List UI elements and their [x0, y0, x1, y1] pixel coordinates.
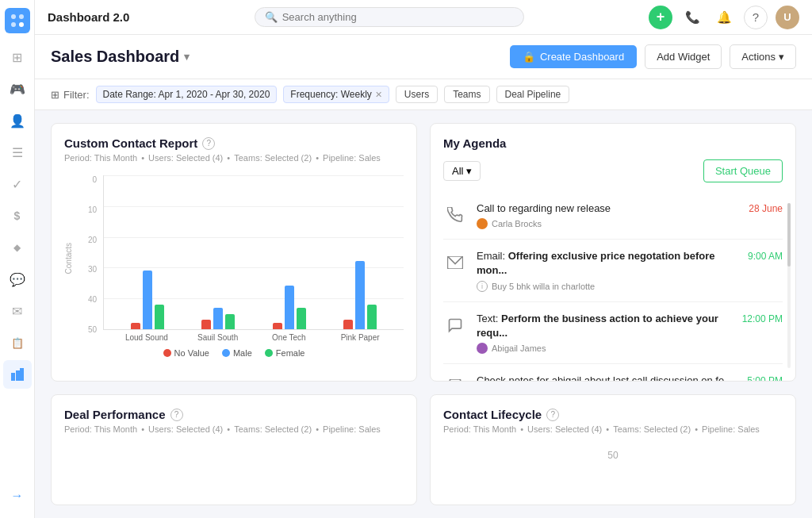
phone-icon[interactable]: 📞 — [680, 6, 704, 29]
sidebar-item-deals[interactable]: $ — [3, 201, 32, 230]
sidebar: ⊞ 🎮 👤 ☰ ✓ $ ◆ 💬 ✉ 📋 → — [0, 0, 35, 518]
svg-point-0 — [11, 14, 16, 19]
email-icon — [443, 251, 467, 274]
contact-avatar — [477, 218, 488, 229]
chart-legend: No Value Male Female — [64, 348, 404, 358]
bar-male — [285, 286, 294, 329]
user-avatar[interactable]: U — [776, 6, 799, 29]
filter-bar: ⊞ Filter: Date Range: Apr 1, 2020 - Apr … — [35, 79, 812, 110]
agenda-item-title: Text: Perform the business action to ach… — [477, 312, 733, 340]
sidebar-item-email[interactable]: ✉ — [3, 297, 32, 325]
sidebar-item-contacts[interactable]: 👤 — [3, 106, 32, 135]
contact-report-subtitle: Period: This Month • Users: Selected (4)… — [64, 153, 404, 163]
legend-dot-male — [222, 349, 230, 357]
contact-lifecycle-subtitle: Period: This Month • Users: Selected (4)… — [443, 424, 783, 434]
actions-chevron-icon: ▾ — [779, 51, 784, 63]
note-icon — [443, 375, 467, 382]
page-title-text: Sales Dashboard — [51, 48, 179, 66]
deal-performance-info-icon[interactable]: ? — [170, 409, 183, 421]
contact-lifecycle-y-value: 50 — [443, 450, 783, 461]
deal-performance-card: Deal Performance ? Period: This Month • … — [51, 394, 417, 505]
title-chevron-icon[interactable]: ▾ — [184, 51, 190, 63]
legend-dot-female — [265, 349, 273, 357]
sidebar-item-tasks[interactable]: ✓ — [3, 170, 32, 198]
filter-chip-daterange[interactable]: Date Range: Apr 1, 2020 - Apr 30, 2020 — [96, 86, 278, 103]
legend-dot-no-value — [163, 349, 171, 357]
text-icon — [443, 313, 467, 337]
svg-rect-6 — [20, 368, 24, 381]
app-logo[interactable] — [5, 8, 30, 33]
my-agenda-card: My Agenda All ▾ Start Queue — [430, 123, 796, 382]
contact-lifecycle-info-icon[interactable]: ? — [546, 409, 559, 421]
sidebar-item-messages[interactable]: 💬 — [3, 265, 32, 294]
agenda-item-note: Check notes for abigail about last call … — [443, 364, 783, 382]
filter-tag-dealpipeline[interactable]: Deal Pipeline — [496, 86, 570, 103]
actions-button[interactable]: Actions ▾ — [730, 44, 796, 69]
page-header: Sales Dashboard ▾ 🔒 Create Dashboard Add… — [35, 35, 812, 79]
call-icon — [443, 203, 467, 227]
agenda-scrollbar-track[interactable] — [787, 203, 791, 368]
bar-no-value — [131, 323, 140, 329]
custom-contact-report-card: Custom Contact Report ? Period: This Mon… — [51, 123, 417, 382]
svg-rect-4 — [11, 373, 15, 381]
svg-rect-5 — [16, 370, 20, 381]
x-axis-labels: Loud Sound Sauil South One Tech Pink Pap… — [103, 330, 404, 342]
contact-avatar — [477, 343, 488, 354]
sidebar-item-dashboard[interactable] — [3, 360, 32, 389]
chip-remove-icon[interactable]: ✕ — [375, 90, 382, 100]
agenda-item-time: 9:00 AM — [748, 251, 783, 262]
sidebar-item-grid[interactable]: ⊞ — [3, 43, 32, 71]
sidebar-item-products[interactable]: ◆ — [3, 233, 32, 262]
bar-female — [297, 308, 306, 329]
sidebar-item-reports[interactable]: 📋 — [3, 328, 32, 357]
nav-icons: + 📞 🔔 ? U — [649, 6, 799, 29]
y-axis-label: Contacts — [64, 243, 73, 274]
search-bar[interactable]: 🔍 — [255, 7, 524, 27]
lock-icon: 🔒 — [523, 51, 535, 63]
agenda-item-content: Call to regarding new release Carla Broc… — [477, 201, 739, 229]
filter-tag-teams[interactable]: Teams — [444, 86, 489, 103]
filter-icon: ⊞ — [51, 89, 59, 101]
agenda-item-title: Email: Offering exclusive price negotati… — [477, 249, 738, 278]
filter-tag-users[interactable]: Users — [396, 86, 438, 103]
page-title-group: Sales Dashboard ▾ — [51, 48, 190, 66]
agenda-filter-select[interactable]: All ▾ — [443, 161, 481, 181]
help-icon[interactable]: ? — [744, 6, 768, 29]
bars-container — [104, 175, 404, 329]
dashboard-content: Custom Contact Report ? Period: This Mon… — [35, 110, 812, 518]
svg-point-1 — [19, 14, 24, 19]
app-title: Dashboard 2.0 — [48, 10, 129, 24]
add-icon[interactable]: + — [649, 6, 672, 29]
bar-group-sauil-south — [201, 308, 235, 329]
contact-report-info-icon[interactable]: ? — [202, 137, 215, 150]
sidebar-item-expand[interactable]: → — [3, 482, 32, 510]
sidebar-item-games[interactable]: 🎮 — [3, 75, 32, 103]
agenda-scrollbar-thumb — [787, 203, 791, 267]
bar-no-value — [201, 320, 211, 329]
start-queue-button[interactable]: Start Queue — [703, 159, 783, 182]
sidebar-item-menu[interactable]: ☰ — [3, 138, 32, 167]
agenda-select-chevron: ▾ — [466, 165, 472, 177]
agenda-list: Call to regarding new release Carla Broc… — [443, 192, 783, 382]
add-widget-button[interactable]: Add Widget — [645, 44, 722, 69]
svg-rect-8 — [450, 379, 460, 382]
agenda-item-sub: Abigail James — [477, 343, 733, 354]
bar-group-pink-paper — [343, 261, 377, 329]
bell-icon[interactable]: 🔔 — [712, 6, 736, 29]
info-sub-icon: i — [477, 281, 488, 292]
search-input[interactable] — [282, 11, 514, 23]
create-dashboard-button[interactable]: 🔒 Create Dashboard — [510, 45, 637, 68]
bar-male — [355, 261, 365, 329]
bar-no-value — [343, 320, 353, 329]
agenda-item-call: Call to regarding new release Carla Broc… — [443, 192, 783, 240]
agenda-item-time: 12:00 PM — [742, 313, 783, 324]
bar-female — [225, 314, 235, 330]
search-icon: 🔍 — [265, 11, 278, 23]
filter-chip-frequency[interactable]: Frequency: Weekly ✕ — [283, 86, 389, 103]
bar-group-one-tech — [273, 286, 306, 329]
agenda-title: My Agenda — [443, 136, 783, 150]
bar-male — [143, 271, 152, 329]
agenda-item-content: Text: Perform the business action to ach… — [477, 312, 733, 354]
deal-performance-title: Deal Performance — [64, 408, 166, 421]
page-header-actions: 🔒 Create Dashboard Add Widget Actions ▾ — [510, 44, 796, 69]
